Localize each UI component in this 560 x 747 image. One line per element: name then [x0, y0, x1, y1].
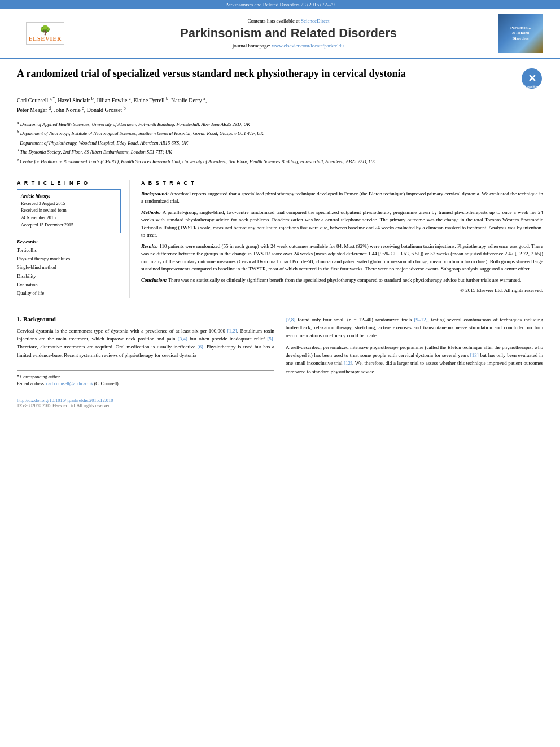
- journal-citation: Parkinsonism and Related Disorders 23 (2…: [225, 2, 334, 7]
- elsevier-logo: 🌳 ELSEVIER: [26, 22, 65, 45]
- keyword-1: Torticollis: [17, 246, 121, 255]
- ref-9-12[interactable]: [9–12]: [414, 317, 428, 322]
- section-1-number: 1.: [17, 316, 21, 322]
- results-text: 110 patients were randomized (55 in each…: [141, 243, 543, 272]
- elsevier-name: ELSEVIER: [29, 36, 62, 42]
- section-1-heading: 1. Background: [17, 316, 274, 322]
- homepage-line: journal homepage: www.elsevier.com/locat…: [79, 43, 498, 49]
- svg-text:CrossMark: CrossMark: [523, 85, 541, 88]
- received-revised-label: Received in revised form: [21, 207, 117, 215]
- journal-header-bar: Parkinsonism and Related Disorders 23 (2…: [0, 0, 560, 9]
- elsevier-logo-area: 🌳 ELSEVIER: [11, 22, 79, 45]
- article-info-title: A R T I C L E I N F O: [17, 180, 121, 186]
- doi-anchor[interactable]: http://dx.doi.org/10.1016/j.parkreldis.2…: [17, 397, 113, 403]
- ref-1-2[interactable]: [1,2]: [228, 328, 237, 334]
- authors-line: Carl Counsell a,*, Hazel Sinclair b, Jil…: [17, 95, 543, 115]
- doi-link[interactable]: http://dx.doi.org/10.1016/j.parkreldis.2…: [17, 397, 274, 403]
- homepage-url[interactable]: www.elsevier.com/locate/parkreldis: [272, 43, 344, 49]
- conclusion-text: There was no statistically or clinically…: [168, 277, 522, 283]
- affiliation-4: d The Dystonia Society, 2nd Floor, 89 Al…: [17, 147, 543, 156]
- svg-text:✕: ✕: [528, 73, 536, 84]
- keywords-label: Keywords:: [17, 239, 121, 244]
- article-info-column: A R T I C L E I N F O Article history: R…: [17, 180, 130, 298]
- journal-cover-thumbnail: Parkinson...& RelatedDisorders: [498, 14, 543, 53]
- journal-title-area: Contents lists available at ScienceDirec…: [79, 18, 498, 49]
- elsevier-tree-icon: 🌳: [29, 25, 62, 36]
- keyword-2: Physical therapy modalities: [17, 255, 121, 263]
- corresponding-footnote: * Corresponding author.: [17, 374, 274, 381]
- body-col-left: 1. Background Cervical dystonia is the c…: [17, 316, 274, 409]
- affiliation-1: a Division of Applied Health Sciences, U…: [17, 120, 543, 128]
- ref-12[interactable]: [12]: [344, 360, 352, 366]
- bottom-links-area: http://dx.doi.org/10.1016/j.parkreldis.2…: [17, 392, 274, 408]
- email-footnote: E-mail address: carl.counsell@abdn.ac.uk…: [17, 381, 274, 387]
- affiliations-block: a Division of Applied Health Sciences, U…: [17, 120, 543, 165]
- main-content: A randomized trial of specialized versus…: [0, 59, 560, 417]
- abstract-background: Background: Anecdotal reports suggested …: [141, 190, 543, 206]
- info-abstract-area: A R T I C L E I N F O Article history: R…: [17, 174, 543, 298]
- ref-7-8[interactable]: [7,8]: [286, 317, 295, 322]
- affiliation-2: b Department of Neurology, Institute of …: [17, 129, 543, 137]
- revised-date: 24 November 2015: [21, 215, 117, 222]
- email-link[interactable]: carl.counsell@abdn.ac.uk: [46, 381, 93, 386]
- footnote-area: * Corresponding author. E-mail address: …: [17, 370, 274, 387]
- contents-line: Contents lists available at ScienceDirec…: [79, 18, 498, 24]
- affiliation-3: c Department of Physiotherapy, Woodend H…: [17, 138, 543, 147]
- journal-header: 🌳 ELSEVIER Contents lists available at S…: [0, 9, 560, 59]
- journal-thumbnail-area: Parkinson...& RelatedDisorders: [498, 14, 549, 53]
- background-text: Anecdotal reports suggested that a speci…: [141, 191, 543, 204]
- ref-5[interactable]: [5]: [267, 336, 273, 342]
- ref-6[interactable]: [6]: [198, 344, 204, 350]
- body-content: 1. Background Cervical dystonia is the c…: [17, 316, 543, 409]
- background-label: Background:: [141, 191, 169, 196]
- history-label: Article history:: [21, 193, 117, 199]
- section-1-title: Background: [23, 316, 56, 322]
- keyword-4: Disability: [17, 272, 121, 281]
- keywords-section: Keywords: Torticollis Physical therapy m…: [17, 239, 121, 298]
- ref-3-4[interactable]: [3,4]: [178, 336, 187, 342]
- affiliation-5: e Centre for Healthcare Randomised Trial…: [17, 157, 543, 165]
- keyword-6: Quality of life: [17, 289, 121, 298]
- keyword-5: Evaluation: [17, 281, 121, 289]
- abstract-conclusion: Conclusion: There was no statistically o…: [141, 277, 543, 285]
- conclusion-label: Conclusion:: [141, 277, 167, 283]
- accepted-date: Accepted 15 December 2015: [21, 222, 117, 229]
- abstract-column: A B S T R A C T Background: Anecdotal re…: [141, 180, 543, 298]
- body-col-right: [7,8] found only four small (n = 12–40) …: [286, 316, 543, 409]
- methods-text: A parallel-group, single-blind, two-cent…: [141, 209, 543, 238]
- body-para-3: A well-described, personalized intensive…: [286, 343, 543, 376]
- crossmark-badge: ✕ CrossMark: [520, 67, 543, 90]
- keyword-3: Single-blind method: [17, 263, 121, 272]
- body-para-1: Cervical dystonia is the commonest type …: [17, 327, 274, 360]
- article-title-area: A randomized trial of specialized versus…: [17, 67, 543, 90]
- section-divider: [17, 307, 543, 307]
- article-title: A randomized trial of specialized versus…: [17, 67, 515, 80]
- copyright-text: © 2015 Elsevier Ltd. All rights reserved…: [141, 287, 543, 293]
- article-history-box: Article history: Received 3 August 2015 …: [17, 189, 121, 233]
- ref-13[interactable]: [13]: [470, 352, 479, 358]
- science-direct-link[interactable]: ScienceDirect: [301, 18, 329, 24]
- abstract-title: A B S T R A C T: [141, 180, 543, 186]
- results-label: Results:: [141, 243, 158, 249]
- body-para-2: [7,8] found only four small (n = 12–40) …: [286, 316, 543, 340]
- journal-name: Parkinsonism and Related Disorders: [79, 26, 498, 41]
- received-date: Received 3 August 2015: [21, 200, 117, 208]
- crossmark-icon: ✕ CrossMark: [520, 67, 543, 90]
- issn-text: 1353-8020/© 2015 Elsevier Ltd. All right…: [17, 403, 274, 408]
- methods-label: Methods:: [141, 209, 161, 215]
- abstract-methods: Methods: A parallel-group, single-blind,…: [141, 209, 543, 239]
- abstract-results: Results: 110 patients were randomized (5…: [141, 243, 543, 273]
